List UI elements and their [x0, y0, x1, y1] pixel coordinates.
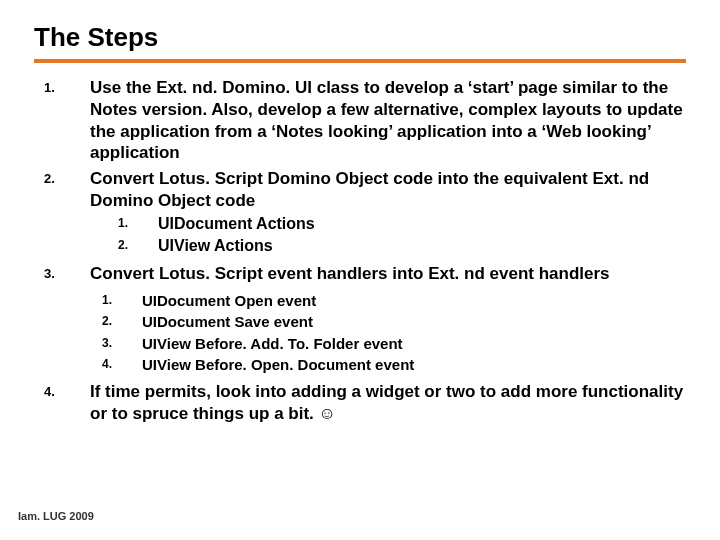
- sub-text: UIDocument Actions: [158, 214, 686, 235]
- title-rule: [34, 59, 686, 63]
- step-1: 1. Use the Ext. nd. Domino. UI class to …: [34, 77, 686, 164]
- sub-text: UIDocument Open event: [142, 291, 686, 311]
- slide-title: The Steps: [34, 22, 686, 53]
- sub-text: UIDocument Save event: [142, 312, 686, 332]
- list-item: 1. UIDocument Open event: [102, 291, 686, 311]
- list-item: 2. UIView Actions: [118, 236, 686, 257]
- step-number: 3.: [34, 263, 90, 285]
- step-2-text: Convert Lotus. Script Domino Object code…: [90, 169, 649, 210]
- step-text: Use the Ext. nd. Domino. UI class to dev…: [90, 77, 686, 164]
- step-text: Convert Lotus. Script event handlers int…: [90, 263, 686, 285]
- list-item: 1. UIDocument Actions: [118, 214, 686, 235]
- step-number: 1.: [34, 77, 90, 164]
- sub-text: UIView Before. Open. Document event: [142, 355, 686, 375]
- list-item: 4. UIView Before. Open. Document event: [102, 355, 686, 375]
- sub-number: 2.: [118, 236, 158, 257]
- step-number: 4.: [34, 381, 90, 425]
- sub-number: 1.: [118, 214, 158, 235]
- step-2-sublist: 1. UIDocument Actions 2. UIView Actions: [90, 214, 686, 258]
- list-item: 2. UIDocument Save event: [102, 312, 686, 332]
- step-4: 4. If time permits, look into adding a w…: [34, 381, 686, 425]
- sub-number: 2.: [102, 312, 142, 332]
- step-text: Convert Lotus. Script Domino Object code…: [90, 168, 686, 259]
- step-2: 2. Convert Lotus. Script Domino Object c…: [34, 168, 686, 259]
- steps-list-cont: 4. If time permits, look into adding a w…: [34, 381, 686, 425]
- slide: The Steps 1. Use the Ext. nd. Domino. UI…: [0, 0, 720, 540]
- sub-number: 4.: [102, 355, 142, 375]
- sub-number: 1.: [102, 291, 142, 311]
- sub-text: UIView Actions: [158, 236, 686, 257]
- step-3: 3. Convert Lotus. Script event handlers …: [34, 263, 686, 285]
- footer-text: Iam. LUG 2009: [18, 510, 94, 522]
- step-3-sublist: 1. UIDocument Open event 2. UIDocument S…: [34, 291, 686, 375]
- list-item: 3. UIView Before. Add. To. Folder event: [102, 334, 686, 354]
- step-text: If time permits, look into adding a widg…: [90, 381, 686, 425]
- sub-text: UIView Before. Add. To. Folder event: [142, 334, 686, 354]
- steps-list: 1. Use the Ext. nd. Domino. UI class to …: [34, 77, 686, 285]
- step-number: 2.: [34, 168, 90, 259]
- sub-number: 3.: [102, 334, 142, 354]
